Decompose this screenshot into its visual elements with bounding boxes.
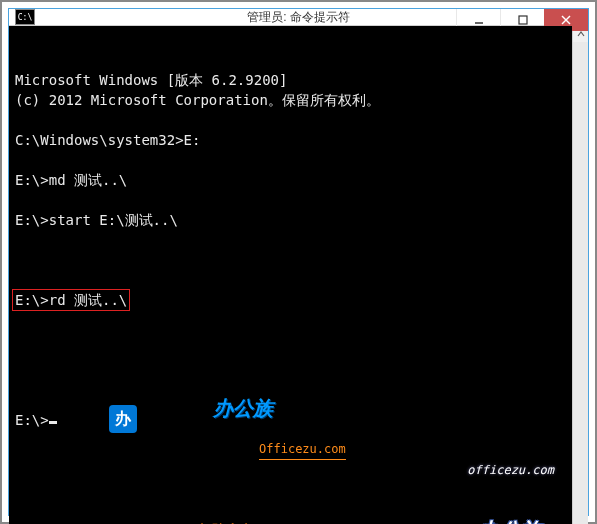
chevron-up-icon xyxy=(577,30,585,38)
client-area: Microsoft Windows [版本 6.2.9200](c) 2012 … xyxy=(9,26,588,524)
highlighted-command: E:\>rd 测试..\ xyxy=(12,289,130,311)
terminal-line: E:\>start E:\测试..\ xyxy=(15,210,566,230)
watermark-url: Officezu.com xyxy=(259,439,346,460)
terminal-output[interactable]: Microsoft Windows [版本 6.2.9200](c) 2012 … xyxy=(9,26,572,524)
watermark-right-brand: 办公族 xyxy=(467,520,554,524)
minimize-icon xyxy=(474,15,484,25)
scroll-track[interactable] xyxy=(573,42,588,524)
watermark-left: 办 办公族 Officezu.com 电脑入门 xyxy=(109,318,346,524)
cursor xyxy=(49,421,57,424)
terminal-line xyxy=(15,110,566,130)
terminal-line: C:\Windows\system32>E: xyxy=(15,130,566,150)
terminal-line xyxy=(15,190,566,210)
close-icon xyxy=(561,15,571,25)
watermark-right: officezu.com 办公族 xyxy=(467,420,554,524)
watermark-brand: 办公族 xyxy=(141,398,346,418)
terminal-line xyxy=(15,150,566,170)
watermark-logo-icon: 办 xyxy=(109,405,137,433)
terminal-line: Microsoft Windows [版本 6.2.9200] xyxy=(15,70,566,90)
titlebar[interactable]: C:\ 管理员: 命令提示符 xyxy=(9,9,588,26)
svg-rect-1 xyxy=(519,16,527,24)
terminal-line: E:\>md 测试..\ xyxy=(15,170,566,190)
maximize-icon xyxy=(518,15,528,25)
terminal-line: (c) 2012 Microsoft Corporation。保留所有权利。 xyxy=(15,90,566,110)
watermark-right-url: officezu.com xyxy=(467,460,554,480)
app-icon: C:\ xyxy=(15,9,35,25)
terminal-line xyxy=(15,230,566,250)
vertical-scrollbar[interactable] xyxy=(572,26,588,524)
prompt: E:\> xyxy=(15,412,49,428)
cmd-window: C:\ 管理员: 命令提示符 Microsoft Windows [版本 6.2… xyxy=(8,8,589,516)
screenshot-frame: C:\ 管理员: 命令提示符 Microsoft Windows [版本 6.2… xyxy=(0,0,597,524)
